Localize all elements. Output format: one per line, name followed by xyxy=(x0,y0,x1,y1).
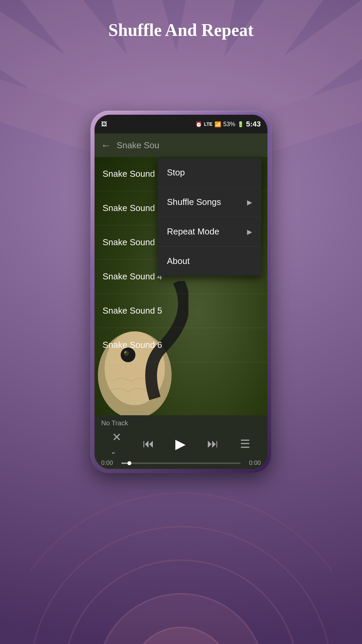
battery-percent: 53% xyxy=(223,121,235,128)
toolbar-title: Snake Sou xyxy=(117,140,256,151)
song-label-2: Snake Sound 2 xyxy=(103,203,162,213)
repeat-label: Repeat Mode xyxy=(167,226,219,237)
context-menu: Stop Shuffle Songs ▶ Repeat Mode ▶ About xyxy=(158,158,261,276)
alarm-icon: ⏰ xyxy=(195,121,202,127)
song-item-5[interactable]: Snake Sound 5 xyxy=(95,294,267,328)
toolbar: ← Snake Sou Stop Shuffle Songs ▶ xyxy=(95,133,267,157)
stop-label: Stop xyxy=(167,167,185,178)
bottom-player: No Track ✕⇄ ⏮ ▶ ⏭ ☰ 0:00 0:00 xyxy=(95,415,267,469)
menu-item-about[interactable]: About xyxy=(158,247,261,276)
repeat-arrow: ▶ xyxy=(247,228,252,236)
player-track: No Track xyxy=(101,419,261,427)
shuffle-arrow: ▶ xyxy=(247,198,252,206)
song-label-5: Snake Sound 5 xyxy=(103,306,162,316)
song-item-6[interactable]: Snake Sound 6 xyxy=(95,328,267,362)
lte-badge: LTE xyxy=(204,121,213,127)
song-label-4: Snake Sound 4 xyxy=(103,271,162,282)
about-label: About xyxy=(167,256,190,266)
back-button[interactable]: ← xyxy=(101,139,111,152)
song-label-3: Snake Sound 3 xyxy=(103,237,162,248)
progress-bar[interactable] xyxy=(121,463,241,464)
phone-inner: 🖼 ⏰ LTE 📶 53% 🔋 5:43 ← Snake Sou xyxy=(95,115,267,469)
progress-fill xyxy=(121,463,127,464)
song-label-6: Snake Sound 6 xyxy=(103,340,162,350)
shuffle-label: Shuffle Songs xyxy=(167,197,221,207)
phone-outer: 🖼 ⏰ LTE 📶 53% 🔋 5:43 ← Snake Sou xyxy=(90,111,272,473)
menu-item-stop[interactable]: Stop xyxy=(158,158,261,187)
rings-decoration xyxy=(30,476,332,644)
menu-item-shuffle[interactable]: Shuffle Songs ▶ xyxy=(158,187,261,217)
player-progress: 0:00 0:00 xyxy=(101,460,261,467)
status-right: ⏰ LTE 📶 53% 🔋 5:43 xyxy=(195,120,261,128)
time-start: 0:00 xyxy=(101,460,118,467)
phone-frame: 🖼 ⏰ LTE 📶 53% 🔋 5:43 ← Snake Sou xyxy=(90,111,272,473)
next-button[interactable]: ⏭ xyxy=(207,437,219,450)
status-time: 5:43 xyxy=(246,120,261,128)
status-left: 🖼 xyxy=(101,121,107,128)
time-end: 0:00 xyxy=(244,460,261,467)
prev-button[interactable]: ⏮ xyxy=(143,437,154,450)
signal-icon: 📶 xyxy=(215,121,221,127)
menu-item-repeat[interactable]: Repeat Mode ▶ xyxy=(158,217,261,247)
progress-handle[interactable] xyxy=(127,461,131,465)
repeat-button[interactable]: ☰ xyxy=(240,437,250,450)
player-controls: ✕⇄ ⏮ ▶ ⏭ ☰ xyxy=(101,430,261,457)
play-button[interactable]: ▶ xyxy=(175,436,186,451)
notification-icon: 🖼 xyxy=(101,121,107,128)
song-label-1: Snake Sound 1 xyxy=(103,169,162,179)
page-title: Shuffle And Repeat xyxy=(0,20,362,40)
status-bar: 🖼 ⏰ LTE 📶 53% 🔋 5:43 xyxy=(95,115,267,133)
battery-icon: 🔋 xyxy=(237,121,244,127)
shuffle-button[interactable]: ✕⇄ xyxy=(112,430,121,457)
